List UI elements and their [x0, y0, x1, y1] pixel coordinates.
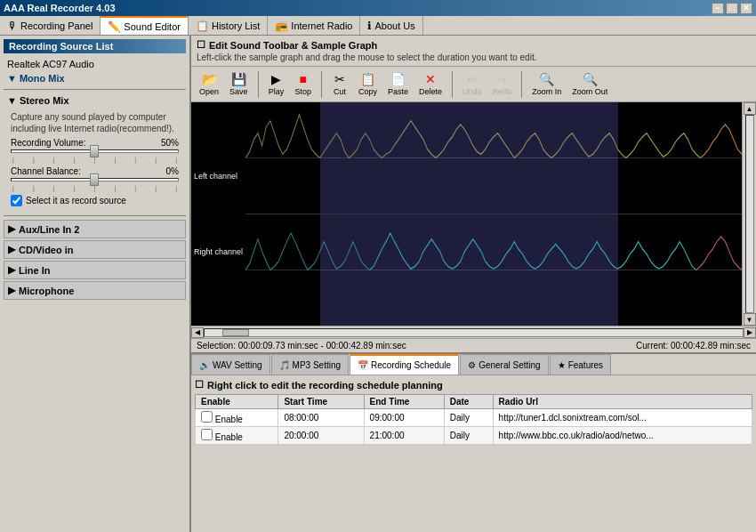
current-status: Current: 00:00:42.89 min:sec: [636, 341, 751, 351]
undo-icon: ↩: [467, 72, 478, 86]
cut-label: Cut: [334, 87, 346, 96]
cd-video-item[interactable]: ▶ CD/Video in: [4, 240, 186, 259]
vertical-scrollbar[interactable]: ▲ ▼: [742, 102, 756, 326]
balance-thumb[interactable]: [90, 173, 99, 186]
app-title: AAA Real Recorder 4.03: [4, 3, 116, 13]
stereo-mix-header[interactable]: ▼ Stereo Mix: [4, 93, 186, 108]
stop-label: Stop: [295, 87, 312, 96]
delete-label: Delete: [419, 87, 442, 96]
balance-track[interactable]: [11, 178, 179, 181]
undo-button[interactable]: ↩ Undo: [458, 69, 487, 99]
save-label: Save: [229, 87, 248, 96]
internet-radio-icon: 📻: [275, 20, 288, 32]
audio-source-name: Realtek AC97 Audio: [4, 57, 186, 71]
save-button[interactable]: 💾 Save: [225, 69, 253, 99]
cut-icon: ✂: [334, 72, 345, 86]
zoom-out-button[interactable]: 🔍 Zoom Out: [567, 69, 612, 99]
sound-editor-icon: ✏️: [108, 20, 121, 33]
tab-mp3-setting[interactable]: 🎵 MP3 Setting: [271, 354, 349, 375]
scroll-down-button[interactable]: ▼: [744, 313, 756, 326]
recording-schedule-icon: 📅: [358, 360, 368, 370]
tab-sound-editor[interactable]: ✏️ Sound Editor: [101, 16, 189, 35]
volume-track[interactable]: [11, 149, 179, 153]
row1-end: 09:00:00: [364, 409, 444, 427]
col-start-time: Start Time: [278, 395, 364, 409]
row2-checkbox[interactable]: [201, 429, 213, 440]
microphone-item[interactable]: ▶ Microphone: [4, 281, 186, 300]
scroll-up-button[interactable]: ▲: [744, 102, 756, 115]
play-button[interactable]: ▶ Play: [264, 69, 289, 99]
zoom-in-button[interactable]: 🔍 Zoom In: [527, 69, 566, 99]
tab-about-us[interactable]: ℹ About Us: [360, 16, 422, 35]
history-list-icon: 📋: [196, 20, 209, 32]
paste-button[interactable]: 📄 Paste: [383, 69, 413, 99]
redo-button[interactable]: ↪ Redo: [488, 69, 517, 99]
selection-status: Selection: 00:00:09.73 min:sec - 00:00:4…: [197, 341, 406, 351]
scroll-h-thumb[interactable]: [222, 329, 249, 336]
title-bar: AAA Real Recorder 4.03 − □ ✕: [0, 0, 756, 16]
volume-thumb[interactable]: [90, 145, 99, 157]
maximize-button[interactable]: □: [726, 3, 738, 14]
left-channel-label: Left channel: [191, 172, 245, 181]
stereo-mix-body: Capture any sound played by computer inc…: [4, 108, 186, 212]
stereo-mix-desc: Capture any sound played by computer inc…: [11, 111, 179, 134]
play-label: Play: [269, 87, 285, 96]
schedule-title: ☐ Right click to edit the recording sche…: [195, 379, 752, 391]
copy-icon: 📋: [360, 72, 375, 86]
separator-1: [258, 71, 259, 98]
left-channel-waveform[interactable]: [245, 102, 742, 214]
sidebar-title: Recording Source List: [4, 39, 186, 53]
waveform-container: Left channel Right channel 00:00:07.53 m…: [191, 102, 756, 352]
tab-internet-radio[interactable]: 📻 Internet Radio: [268, 16, 360, 35]
open-button[interactable]: 📂 Open: [195, 69, 223, 99]
schedule-table-body: Enable 08:00:00 09:00:00 Daily http://tu…: [196, 409, 752, 445]
editor-desc: Left-click the sample graph and drag the…: [197, 52, 751, 62]
play-icon: ▶: [271, 72, 281, 86]
tab-general-setting[interactable]: ⚙ General Setting: [460, 354, 549, 375]
waveform-canvas[interactable]: 00:00:07.53 min:sec: [245, 102, 742, 326]
tab-recording-schedule[interactable]: 📅 Recording Schedule: [350, 354, 459, 375]
scroll-right-button[interactable]: ▶: [744, 327, 756, 338]
close-button[interactable]: ✕: [740, 3, 752, 14]
separator-2: [321, 71, 322, 98]
row2-url: http://www.bbc.co.uk/radio/aod/netwo...: [493, 427, 752, 445]
tab-recording-panel[interactable]: 🎙 Recording Panel: [0, 16, 101, 35]
aux-line-item[interactable]: ▶ Aux/Line In 2: [4, 220, 186, 238]
schedule-title-icon: ☐: [195, 379, 204, 391]
line-in-item[interactable]: ▶ Line In: [4, 261, 186, 279]
scroll-v-track[interactable]: [745, 115, 754, 313]
cd-video-label: CD/Video in: [19, 245, 74, 255]
right-channel-waveform[interactable]: [245, 214, 742, 326]
volume-value: 50%: [161, 138, 179, 148]
row1-enable: Enable: [196, 409, 278, 427]
bottom-tabs: 🔊 WAV Setting 🎵 MP3 Setting 📅 Recording …: [191, 354, 756, 375]
delete-button[interactable]: ✕ Delete: [414, 69, 446, 99]
sidebar: Recording Source List Realtek AC97 Audio…: [0, 36, 191, 532]
tab-features[interactable]: ★ Features: [550, 354, 611, 375]
features-label: Features: [568, 360, 603, 370]
col-date: Date: [444, 395, 493, 409]
stop-button[interactable]: ■ Stop: [291, 69, 317, 99]
copy-button[interactable]: 📋 Copy: [354, 69, 382, 99]
row1-checkbox[interactable]: [201, 411, 213, 423]
horizontal-scrollbar[interactable]: ◀ ▶: [191, 326, 756, 338]
col-end-time: End Time: [364, 395, 444, 409]
minimize-button[interactable]: −: [712, 3, 724, 14]
tab-recording-panel-label: Recording Panel: [20, 20, 92, 31]
paste-label: Paste: [388, 87, 408, 96]
tab-history-list[interactable]: 📋 History List: [189, 16, 268, 35]
mono-mix-header[interactable]: ▼ Mono Mix: [4, 71, 186, 85]
microphone-triangle: ▶: [8, 285, 15, 296]
zoom-out-icon: 🔍: [583, 72, 598, 86]
scroll-h-track[interactable]: [204, 328, 744, 337]
record-source-checkbox[interactable]: [11, 195, 22, 206]
separator-3: [452, 71, 453, 98]
col-radio-url: Radio Url: [493, 395, 752, 409]
stereo-mix-triangle: ▼: [7, 95, 17, 106]
row2-date: Daily: [444, 427, 493, 445]
separator-4: [521, 71, 522, 98]
scroll-left-button[interactable]: ◀: [191, 327, 204, 338]
mono-mix-label: Mono Mix: [20, 73, 65, 84]
cut-button[interactable]: ✂ Cut: [327, 69, 352, 99]
tab-wav-setting[interactable]: 🔊 WAV Setting: [191, 354, 270, 375]
